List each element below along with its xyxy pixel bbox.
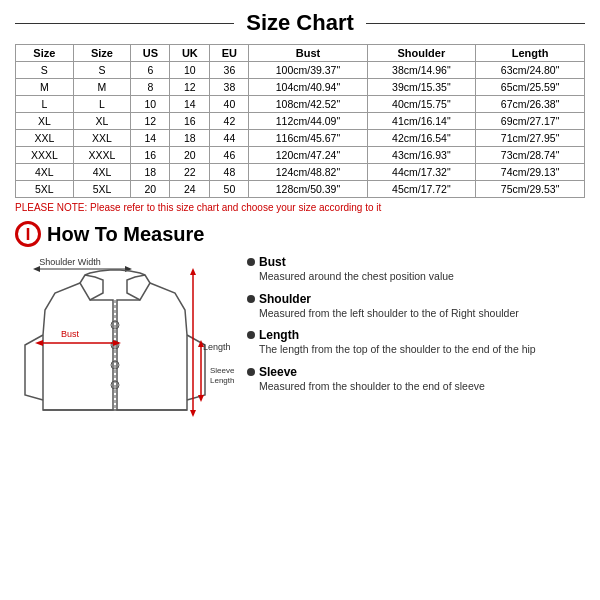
table-cell: 74cm/29.13" <box>476 164 585 181</box>
table-cell: 16 <box>170 113 210 130</box>
table-header-cell: Length <box>476 45 585 62</box>
table-cell: 20 <box>170 147 210 164</box>
table-cell: 18 <box>170 130 210 147</box>
table-row: MM81238104cm/40.94"39cm/15.35"65cm/25.59… <box>16 79 585 96</box>
table-cell: 16 <box>131 147 170 164</box>
table-header-cell: Bust <box>249 45 367 62</box>
table-cell: 10 <box>131 96 170 113</box>
measure-name: Sleeve <box>259 365 297 379</box>
table-cell: 116cm/45.67" <box>249 130 367 147</box>
table-row: XXXLXXXL162046120cm/47.24"43cm/16.93"73c… <box>16 147 585 164</box>
table-row: XXLXXL141844116cm/45.67"42cm/16.54"71cm/… <box>16 130 585 147</box>
table-cell: M <box>16 79 74 96</box>
svg-marker-16 <box>190 268 196 275</box>
measure-item: BustMeasured around the chest position v… <box>247 255 585 284</box>
measure-name: Bust <box>259 255 286 269</box>
table-cell: 71cm/27.95" <box>476 130 585 147</box>
table-header-cell: UK <box>170 45 210 62</box>
table-cell: 22 <box>170 164 210 181</box>
title-line-right <box>366 23 585 24</box>
table-row: SS61036100cm/39.37"38cm/14.96"63cm/24.80… <box>16 62 585 79</box>
table-header-cell: Size <box>73 45 131 62</box>
table-header-cell: EU <box>210 45 249 62</box>
table-cell: S <box>16 62 74 79</box>
table-cell: 69cm/27.17" <box>476 113 585 130</box>
table-header-cell: US <box>131 45 170 62</box>
bullet-icon <box>247 258 255 266</box>
title-line-left <box>15 23 234 24</box>
size-table: SizeSizeUSUKEUBustShoulderLength SS61036… <box>15 44 585 198</box>
table-cell: 6 <box>131 62 170 79</box>
measure-name: Shoulder <box>259 292 311 306</box>
table-cell: 104cm/40.94" <box>249 79 367 96</box>
table-cell: 108cm/42.52" <box>249 96 367 113</box>
table-header-cell: Shoulder <box>367 45 476 62</box>
how-content: Shoulder Width <box>15 255 585 448</box>
table-cell: 65cm/25.59" <box>476 79 585 96</box>
table-cell: 45cm/17.72" <box>367 181 476 198</box>
svg-text:Bust: Bust <box>61 329 80 339</box>
table-cell: 12 <box>131 113 170 130</box>
measure-item-title: Sleeve <box>247 365 585 379</box>
table-cell: 44cm/17.32" <box>367 164 476 181</box>
table-cell: 42 <box>210 113 249 130</box>
table-row: 4XL4XL182248124cm/48.82"44cm/17.32"74cm/… <box>16 164 585 181</box>
svg-marker-17 <box>190 410 196 417</box>
measure-item: ShoulderMeasured from the left shoulder … <box>247 292 585 321</box>
table-cell: 5XL <box>16 181 74 198</box>
table-cell: 100cm/39.37" <box>249 62 367 79</box>
table-cell: 43cm/16.93" <box>367 147 476 164</box>
table-cell: 36 <box>210 62 249 79</box>
table-cell: 41cm/16.14" <box>367 113 476 130</box>
measure-item: SleeveMeasured from the shoulder to the … <box>247 365 585 394</box>
table-cell: 40 <box>210 96 249 113</box>
table-cell: 63cm/24.80" <box>476 62 585 79</box>
measure-name: Length <box>259 328 299 342</box>
table-row: LL101440108cm/42.52"40cm/15.75"67cm/26.3… <box>16 96 585 113</box>
table-cell: M <box>73 79 131 96</box>
measure-item-title: Shoulder <box>247 292 585 306</box>
how-to-measure-title: How To Measure <box>47 223 204 246</box>
table-header-row: SizeSizeUSUKEUBustShoulderLength <box>16 45 585 62</box>
table-cell: 24 <box>170 181 210 198</box>
table-cell: 38cm/14.96" <box>367 62 476 79</box>
table-cell: 44 <box>210 130 249 147</box>
table-cell: 67cm/26.38" <box>476 96 585 113</box>
table-cell: 14 <box>170 96 210 113</box>
table-cell: 128cm/50.39" <box>249 181 367 198</box>
table-cell: 40cm/15.75" <box>367 96 476 113</box>
table-cell: 42cm/16.54" <box>367 130 476 147</box>
table-cell: 48 <box>210 164 249 181</box>
table-header-cell: Size <box>16 45 74 62</box>
table-cell: 38 <box>210 79 249 96</box>
measure-item-title: Length <box>247 328 585 342</box>
table-cell: XL <box>16 113 74 130</box>
table-cell: 46 <box>210 147 249 164</box>
jacket-illustration: Shoulder Width <box>15 255 235 448</box>
measure-desc: The length from the top of the shoulder … <box>259 342 585 357</box>
table-cell: 8 <box>131 79 170 96</box>
note-text: PLEASE NOTE: Please refer to this size c… <box>15 202 585 213</box>
svg-marker-12 <box>35 340 43 346</box>
bullet-icon <box>247 368 255 376</box>
table-cell: 112cm/44.09" <box>249 113 367 130</box>
table-cell: XXXL <box>16 147 74 164</box>
table-cell: 5XL <box>73 181 131 198</box>
measure-desc: Measured around the chest position value <box>259 269 585 284</box>
table-cell: 20 <box>131 181 170 198</box>
table-cell: XL <box>73 113 131 130</box>
measure-icon <box>15 221 41 247</box>
table-cell: 18 <box>131 164 170 181</box>
table-cell: 39cm/15.35" <box>367 79 476 96</box>
table-cell: XXXL <box>73 147 131 164</box>
table-cell: 4XL <box>73 164 131 181</box>
measure-desc: Measured from the left shoulder to the o… <box>259 306 585 321</box>
table-cell: XXL <box>16 130 74 147</box>
table-cell: L <box>16 96 74 113</box>
table-row: 5XL5XL202450128cm/50.39"45cm/17.72"75cm/… <box>16 181 585 198</box>
measure-item: LengthThe length from the top of the sho… <box>247 328 585 357</box>
measure-item-title: Bust <box>247 255 585 269</box>
svg-marker-3 <box>33 266 40 272</box>
table-cell: 12 <box>170 79 210 96</box>
svg-marker-21 <box>198 395 204 402</box>
